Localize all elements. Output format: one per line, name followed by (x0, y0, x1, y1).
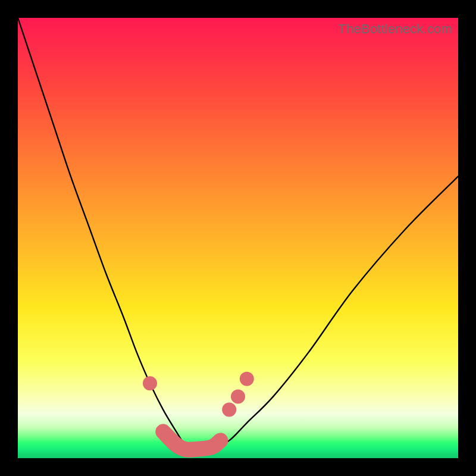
trough-highlight (163, 432, 220, 450)
bottleneck-curve (18, 18, 458, 450)
right-dot-2 (231, 389, 245, 403)
chart-svg (18, 18, 458, 458)
chart-frame: TheBottleneck.com (18, 18, 458, 458)
right-dot-1 (222, 403, 236, 417)
right-dot-3 (240, 372, 254, 386)
curve-markers (143, 372, 254, 417)
left-dot (143, 376, 157, 390)
watermark-text: TheBottleneck.com (338, 21, 452, 37)
